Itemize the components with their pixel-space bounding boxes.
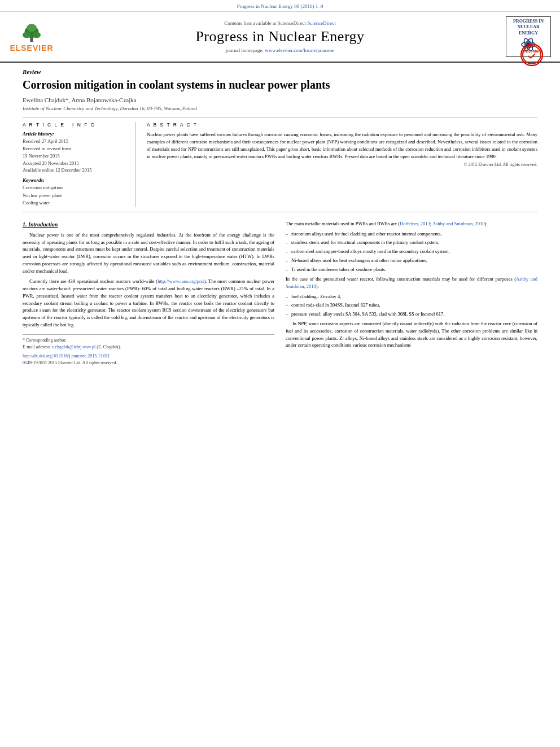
svg-text:CrossMark: CrossMark [522, 49, 542, 53]
list-item: zirconium alloys used for fuel cladding … [286, 231, 537, 238]
email-line: E-mail address: e.chajduk@ichtj.waw.pl (… [23, 344, 274, 351]
journal-logo-title: PROGRESS INNUCLEARENERGY [509, 19, 548, 36]
contents-text: Contents lists available at ScienceDirec… [224, 20, 306, 26]
contents-available-line: Contents lists available at ScienceDirec… [60, 20, 500, 26]
section1-heading: 1. Introduction [23, 220, 274, 229]
homepage-url[interactable]: www.elsevier.com/locate/pnucene [265, 47, 334, 53]
keyword-2: Nuclear power plant [23, 192, 127, 200]
para2-start: Currently there are 439 operational nucl… [29, 278, 158, 284]
journal-header: ELSEVIER Contents lists available at Sci… [0, 12, 560, 63]
col2-para1-start: The main metallic materials used in PWRs… [286, 221, 400, 226]
svg-point-4 [27, 24, 37, 32]
keyword-1: Corrosion mitigation [23, 184, 127, 192]
abstract-text: Nuclear power plants have suffered vario… [147, 131, 537, 160]
svg-point-2 [23, 32, 30, 38]
svg-point-9 [523, 46, 541, 64]
list-item: pressure vessel; alloy steels SA 504, SA… [286, 311, 537, 318]
article-info-abstract: A R T I C L E I N F O Article history: R… [23, 117, 537, 212]
accepted-date: Accepted 20 November 2015 [23, 160, 127, 167]
crossmark-badge: CrossMark [520, 43, 543, 66]
authors: Ewelina Chajduk*, Anna Bojanowska-Czajka [23, 97, 520, 103]
revised-date: 19 November 2015 [23, 152, 127, 160]
elsevier-wordmark: ELSEVIER [10, 43, 53, 53]
corresponding-label: * Corresponding author. [23, 337, 274, 344]
journal-ref-text: Progress in Nuclear Energy 88 (2016) 1–9 [237, 3, 323, 9]
main-content: Review Corrosion mitigation in coolant s… [0, 63, 560, 372]
article-info-label: A R T I C L E I N F O [23, 122, 127, 128]
intro-para1: Nuclear power is one of the most compreh… [23, 231, 274, 275]
col2-para1-end: ): [484, 221, 487, 226]
doi-link[interactable]: http://dx.doi.org/10.1016/j.pnucene.2015… [23, 353, 110, 359]
journal-title: Progress in Nuclear Energy [60, 28, 500, 45]
list-item: control rods-clad in 304SS, Inconel 627 … [286, 302, 537, 309]
list-item: carbon steel and copper-based alloys mos… [286, 248, 537, 255]
journal-homepage: journal homepage: www.elsevier.com/locat… [60, 47, 500, 53]
journal-reference: Progress in Nuclear Energy 88 (2016) 1–9 [0, 0, 560, 12]
body-left-column: 1. Introduction Nuclear power is one of … [23, 220, 274, 366]
list-item: fuel cladding– Zircaloy 4, [286, 294, 537, 300]
header-center: Contents lists available at ScienceDirec… [60, 20, 500, 53]
email-name: (E. Chajduk). [97, 344, 121, 350]
keywords-label: Keywords: [23, 177, 127, 183]
abstract-panel: A B S T R A C T Nuclear power plants hav… [147, 122, 537, 207]
issn-line: 0149-1970/© 2015 Elsevier Ltd. All right… [23, 360, 274, 366]
para2-end: ). The most common nuclear power reactor… [23, 278, 274, 327]
hoffelner-link[interactable]: Hoffelner, 2013 [400, 221, 430, 226]
email-link[interactable]: e.chajduk@ichtj.waw.pl [52, 344, 95, 350]
affiliation: Institute of Nuclear Chemistry and Techn… [23, 106, 520, 111]
keyword-3: Cooling water [23, 199, 127, 207]
available-online: Available online 12 December 2015 [23, 167, 127, 174]
col2-para3: In NPP, some corrosion aspects are conne… [286, 320, 537, 349]
list-item: Ni-based alloys used for heat exchangers… [286, 257, 537, 264]
received-revised-label: Received in revised form [23, 145, 127, 152]
intro-para2: Currently there are 439 operational nucl… [23, 278, 274, 328]
article-title: Corrosion mitigation in coolant systems … [23, 77, 520, 92]
svg-line-12 [531, 54, 535, 58]
author-names: Ewelina Chajduk*, Anna Bojanowska-Czajka [23, 97, 137, 103]
article-type: Review [23, 68, 537, 75]
list-item: stainless steels used for structural com… [286, 239, 537, 246]
materials-list: zirconium alloys used for fuel cladding … [286, 231, 537, 273]
pwr-materials-list: fuel cladding– Zircaloy 4, control rods-… [286, 294, 537, 318]
footnote-area: * Corresponding author. E-mail address: … [23, 334, 274, 366]
list-item: Ti used in the condenser tubes of seasho… [286, 267, 537, 273]
col2-para2-end: ): [316, 283, 319, 289]
col2-para2-start: In the case of the pressurized water rea… [286, 276, 516, 282]
received-date: Received 27 April 2015 [23, 138, 127, 145]
elsevier-logo: ELSEVIER [9, 21, 54, 53]
col2-para2: In the case of the pressurized water rea… [286, 276, 537, 290]
col2-para1: The main metallic materials used in PWRs… [286, 220, 537, 228]
history-label: Article history: [23, 131, 127, 137]
iaea-link[interactable]: http://www.iaea.org/pris [158, 278, 204, 284]
body-columns: 1. Introduction Nuclear power is one of … [23, 220, 537, 366]
copyright: © 2015 Elsevier Ltd. All rights reserved… [147, 162, 537, 167]
body-right-column: The main metallic materials used in PWRs… [286, 220, 537, 366]
abstract-label: A B S T R A C T [147, 122, 537, 128]
email-label: E-mail address: [23, 344, 51, 350]
homepage-label: journal homepage: [226, 47, 264, 53]
ashby-smidman-link1[interactable]: Ashby and Smidman, 2010 [432, 221, 485, 226]
svg-point-3 [33, 32, 41, 38]
sciencedirect-link[interactable]: ScienceDirect [307, 20, 335, 26]
article-info-panel: A R T I C L E I N F O Article history: R… [23, 122, 135, 207]
